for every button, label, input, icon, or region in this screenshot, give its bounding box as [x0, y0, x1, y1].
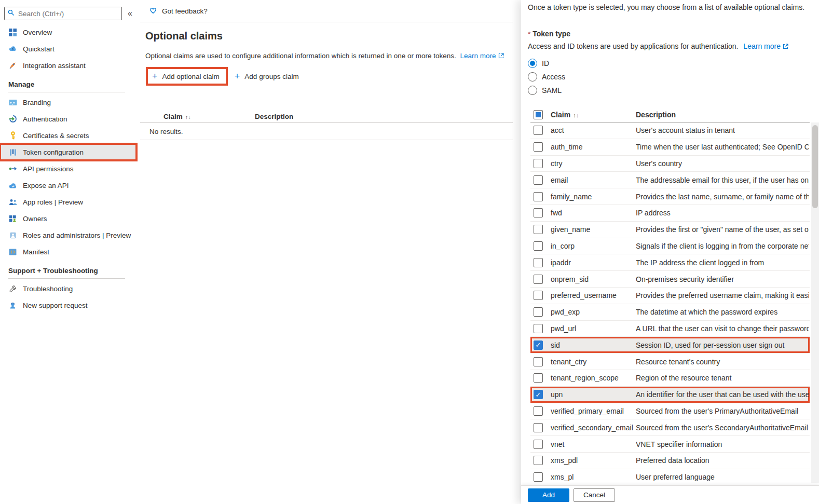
claim-row[interactable]: acct User's account status in tenant: [530, 122, 810, 139]
claim-row[interactable]: xms_pl User preferred language: [530, 469, 810, 483]
sidebar-item-manifest[interactable]: Manifest: [0, 243, 138, 260]
claim-checkbox[interactable]: [534, 275, 543, 284]
claim-row[interactable]: tenant_region_scope Region of the resour…: [530, 370, 810, 387]
claim-checkbox[interactable]: [534, 126, 543, 135]
claim-row[interactable]: pwd_url A URL that the user can visit to…: [530, 321, 810, 337]
claim-checkbox[interactable]: [534, 373, 543, 383]
scrollbar-thumb[interactable]: [812, 125, 818, 208]
claim-column-header[interactable]: Claim↑↓: [551, 111, 579, 119]
cancel-button[interactable]: Cancel: [574, 488, 615, 502]
claim-column-header[interactable]: Claim↑↓: [163, 113, 191, 120]
sidebar-item-owners[interactable]: Owners: [0, 210, 138, 227]
claim-row[interactable]: fwd IP address: [530, 205, 810, 222]
claim-row[interactable]: ipaddr The IP address the client logged …: [530, 254, 810, 271]
claim-description: Time when the user last authenticated; S…: [636, 143, 809, 151]
claim-checkbox[interactable]: [534, 456, 543, 465]
select-all-checkbox[interactable]: [534, 110, 543, 119]
add-groups-claim-button[interactable]: + Add groups claim: [235, 72, 299, 81]
claim-row[interactable]: email The addressable email for this use…: [530, 172, 810, 188]
claim-checkbox[interactable]: [534, 225, 543, 234]
claim-checkbox[interactable]: [534, 406, 543, 416]
claim-row[interactable]: xms_pdl Preferred data location: [530, 453, 810, 469]
radio-option-id[interactable]: ID: [528, 57, 788, 70]
claim-description: The IP address the client logged in from: [636, 258, 809, 267]
claim-row[interactable]: verified_primary_email Sourced from the …: [530, 403, 810, 420]
sidebar-item-integration-assistant[interactable]: Integration assistant: [0, 57, 138, 74]
claim-checkbox[interactable]: [534, 390, 543, 399]
radio-option-access[interactable]: Access: [528, 70, 788, 84]
learn-more-link[interactable]: Learn more: [743, 42, 781, 50]
claim-checkbox[interactable]: [534, 159, 543, 168]
claim-description: The addressable email for this user, if …: [636, 176, 809, 184]
claim-checkbox[interactable]: [534, 142, 543, 152]
wrench-icon: [8, 284, 17, 293]
radio-button-icon[interactable]: [528, 72, 537, 81]
claim-name: onprem_sid: [551, 275, 627, 283]
claim-name: tenant_region_scope: [551, 374, 627, 382]
learn-more-link[interactable]: Learn more: [460, 52, 496, 60]
claim-checkbox[interactable]: [534, 324, 543, 333]
add-optional-claim-button[interactable]: + Add optional claim: [152, 72, 220, 81]
claim-row[interactable]: ctry User's country: [530, 156, 810, 172]
add-button[interactable]: Add: [528, 488, 569, 502]
sidebar-item-overview[interactable]: Overview: [0, 24, 138, 40]
api-arrow-icon: [8, 165, 17, 173]
got-feedback-button[interactable]: Got feedback?: [149, 6, 208, 16]
claim-row[interactable]: upn An identifier for the user that can …: [530, 387, 810, 403]
claim-name: tenant_ctry: [551, 358, 627, 366]
description-column-header: Description: [636, 111, 676, 119]
claim-row[interactable]: given_name Provides the first or "given"…: [530, 222, 810, 238]
sidebar-section-manage: Manage: [0, 74, 138, 90]
claim-row[interactable]: vnet VNET specifier information: [530, 436, 810, 453]
branding-icon: [8, 98, 17, 107]
sidebar-item-quickstart[interactable]: Quickstart: [0, 40, 138, 57]
sidebar-item-api-permissions[interactable]: API permissions: [0, 160, 138, 177]
claim-name: xms_pdl: [551, 456, 627, 465]
claim-checkbox[interactable]: [534, 307, 543, 317]
sidebar-search-row: «: [4, 7, 134, 20]
sidebar-item-new-support-request[interactable]: New support request: [0, 297, 138, 314]
claim-checkbox[interactable]: [534, 472, 543, 482]
sidebar-item-expose-api[interactable]: Expose an API: [0, 177, 138, 194]
sidebar-item-branding[interactable]: Branding: [0, 94, 138, 111]
token-type-help-text: Access and ID tokens are used by applica…: [528, 42, 738, 50]
claim-row[interactable]: tenant_ctry Resource tenant's country: [530, 353, 810, 370]
sidebar-item-app-roles[interactable]: App roles | Preview: [0, 194, 138, 210]
claim-name: given_name: [551, 225, 627, 234]
claim-checkbox[interactable]: [534, 258, 543, 267]
claim-row[interactable]: verified_secondary_email Sourced from th…: [530, 419, 810, 436]
claim-description: Resource tenant's country: [636, 358, 809, 366]
claim-checkbox[interactable]: [534, 440, 543, 449]
claims-list: acct User's account status in tenant aut…: [530, 122, 810, 483]
plus-icon: +: [152, 72, 158, 81]
claim-row[interactable]: auth_time Time when the user last authen…: [530, 139, 810, 156]
claim-checkbox[interactable]: [534, 241, 543, 251]
claim-checkbox[interactable]: [534, 291, 543, 300]
collapse-sidebar-icon[interactable]: «: [126, 9, 134, 18]
claim-checkbox[interactable]: [534, 175, 543, 185]
scrollbar[interactable]: [811, 122, 819, 483]
radio-button-icon[interactable]: [528, 59, 537, 68]
claim-checkbox[interactable]: [534, 192, 543, 201]
sidebar-item-roles-administrators[interactable]: Roles and administrators | Preview: [0, 227, 138, 243]
radio-button-icon[interactable]: [528, 86, 537, 95]
claim-checkbox[interactable]: [534, 340, 543, 350]
search-input[interactable]: [17, 9, 118, 18]
radio-option-saml[interactable]: SAML: [528, 84, 788, 97]
claim-row[interactable]: sid Session ID, used for per-session use…: [530, 337, 810, 353]
claim-row[interactable]: family_name Provides the last name, surn…: [530, 188, 810, 205]
claim-checkbox[interactable]: [534, 357, 543, 366]
claim-row[interactable]: preferred_username Provides the preferre…: [530, 288, 810, 304]
claim-row[interactable]: pwd_exp The datetime at which the passwo…: [530, 304, 810, 321]
claim-row[interactable]: in_corp Signals if the client is logging…: [530, 238, 810, 255]
sidebar-item-certificates-secrets[interactable]: Certificates & secrets: [0, 127, 138, 144]
search-box[interactable]: [4, 7, 122, 20]
claim-name: xms_pl: [551, 473, 627, 481]
sidebar-item-troubleshooting[interactable]: Troubleshooting: [0, 280, 138, 297]
sidebar-item-authentication[interactable]: Authentication: [0, 111, 138, 127]
claim-description: Sourced from the user's SecondaryAuthori…: [636, 424, 809, 432]
claim-checkbox[interactable]: [534, 208, 543, 217]
claim-row[interactable]: onprem_sid On-premises security identifi…: [530, 271, 810, 288]
claim-checkbox[interactable]: [534, 423, 543, 432]
sidebar-item-token-configuration[interactable]: Token configuration: [0, 144, 136, 160]
